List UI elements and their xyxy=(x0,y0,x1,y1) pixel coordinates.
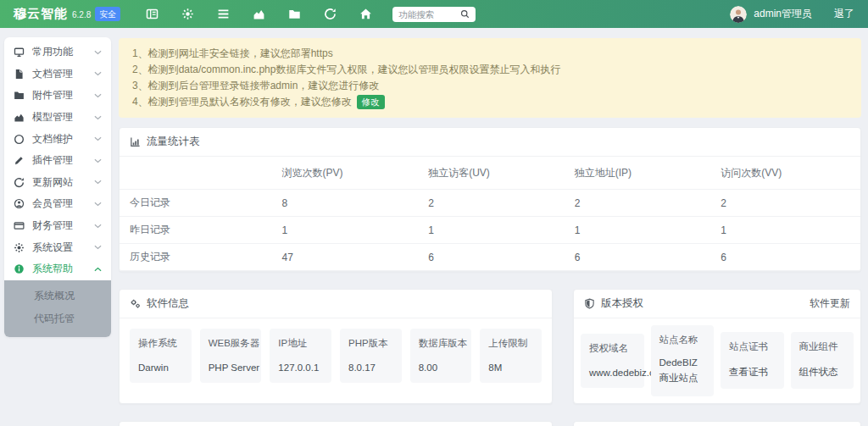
table-row: 昨日记录 1 1 1 1 xyxy=(120,217,860,244)
latest-docs-panel: 最新文档 这是一篇测试文章600002023-05-15 这是一篇测试文章599… xyxy=(573,421,861,426)
search-icon[interactable] xyxy=(460,9,470,19)
sidebar-item-members[interactable]: 会员管理 xyxy=(4,193,111,215)
sidebar-item-documents[interactable]: 文档管理 xyxy=(4,64,111,86)
gears-icon xyxy=(130,298,141,309)
info-card: WEB服务器PHP Server xyxy=(200,329,262,383)
sidebar-item-settings[interactable]: 系统设置 xyxy=(4,236,111,258)
cell: 1 xyxy=(568,217,715,244)
software-info-cards: 操作系统Darwin WEB服务器PHP Server IP地址127.0.0.… xyxy=(120,318,552,393)
user-name[interactable]: admin管理员 xyxy=(754,7,812,21)
sidebar-item-help[interactable]: 系统帮助 xyxy=(4,258,111,280)
info-value: 8.0.17 xyxy=(348,362,393,373)
circle-icon xyxy=(14,134,25,145)
refresh-icon xyxy=(14,177,25,188)
info-value: Darwin xyxy=(138,362,183,373)
chevron-down-icon xyxy=(94,180,102,185)
cell: 1 xyxy=(421,217,568,244)
info-card: 上传限制8M xyxy=(480,329,542,383)
gear-icon xyxy=(14,242,25,253)
search-input[interactable] xyxy=(398,9,458,19)
sidebar-item-attachments[interactable]: 附件管理 xyxy=(4,85,111,107)
panel-header: 软件信息 xyxy=(120,290,552,318)
info-label: IP地址 xyxy=(278,337,323,350)
sidebar-item-maintenance[interactable]: 文档维护 xyxy=(4,128,111,150)
cell: 1 xyxy=(275,217,422,244)
monitor-icon xyxy=(14,47,25,58)
license-card: 站点证书查看证书 xyxy=(721,332,784,389)
info-label: 站点名称 xyxy=(659,334,706,346)
plugin-icon xyxy=(14,155,25,166)
info-value: 8.00 xyxy=(419,362,464,373)
info-label: 上传限制 xyxy=(488,337,533,350)
info-card: 操作系统Darwin xyxy=(130,329,192,383)
top-header: 穆云智能 6.2.8 安全 admin管理员 退了 xyxy=(0,0,868,28)
file-icon xyxy=(14,69,25,80)
sidebar-item-label: 会员管理 xyxy=(32,196,94,211)
area-chart-icon[interactable] xyxy=(253,8,265,20)
brand: 穆云智能 6.2.8 安全 xyxy=(14,6,120,22)
chevron-down-icon xyxy=(94,136,102,141)
sidebar-item-label: 常用功能 xyxy=(32,45,94,59)
info-card: PHP版本8.0.17 xyxy=(340,329,402,383)
panel-title: 软件信息 xyxy=(147,296,189,311)
row-label: 昨日记录 xyxy=(120,217,275,244)
info-label: WEB服务器 xyxy=(209,337,253,350)
sidebar-submenu: 系统概况 代码托管 xyxy=(4,280,111,337)
cell: 6 xyxy=(421,244,568,271)
table-row: 历史记录 47 6 6 6 xyxy=(120,244,860,271)
logout-link[interactable]: 退了 xyxy=(834,7,854,21)
cell: 2 xyxy=(714,190,860,217)
traffic-chart-panel: 流量统计图 2520 xyxy=(119,421,553,426)
bar-chart-icon xyxy=(130,136,141,147)
info-label: 授权域名 xyxy=(589,342,636,355)
sidebar-item-models[interactable]: 模型管理 xyxy=(4,107,111,129)
dashboard-icon[interactable] xyxy=(146,8,159,20)
cell: 6 xyxy=(714,244,860,271)
cell: 6 xyxy=(568,244,715,271)
column-header: 独立访客(UV) xyxy=(421,157,568,190)
alert-line: 3、检测到后台管理登录链接带admin，建议您进行修改 xyxy=(132,78,848,94)
main-content: 1、检测到网址非安全链接，建议您部署https 2、检测到data/common… xyxy=(115,28,868,426)
sidebar: 常用功能 文档管理 附件管理 模型管理 文档维护 xyxy=(0,28,115,337)
info-label: 站点证书 xyxy=(729,340,776,353)
fix-button[interactable]: 修改 xyxy=(357,95,385,109)
brand-version: 6.2.8 xyxy=(72,10,91,19)
menu-icon[interactable] xyxy=(217,8,230,20)
home-icon[interactable] xyxy=(359,8,372,20)
software-update-link[interactable]: 软件更新 xyxy=(810,296,850,311)
column-header: 独立地址(IP) xyxy=(568,157,715,190)
info-card: 数据库版本8.00 xyxy=(410,329,472,383)
sidebar-item-common[interactable]: 常用功能 xyxy=(4,41,111,64)
info-label: 操作系统 xyxy=(138,337,183,350)
row-label: 历史记录 xyxy=(120,244,275,271)
info-value: DedeBIZ商业站点 xyxy=(659,356,706,386)
alert-line: 4、检测到管理员默认名称没有修改，建议您修改修改 xyxy=(132,94,848,110)
sidebar-item-plugins[interactable]: 插件管理 xyxy=(4,150,111,172)
cell: 2 xyxy=(568,190,715,217)
chevron-down-icon xyxy=(94,71,102,76)
license-panel: 版本授权 软件更新 授权域名www.dedebiz.com 站点名称DedeBI… xyxy=(573,289,861,404)
column-header xyxy=(120,157,275,190)
column-header: 访问次数(VV) xyxy=(714,157,860,190)
info-label: 商业组件 xyxy=(799,340,846,353)
chevron-down-icon xyxy=(94,93,102,98)
chevron-down-icon xyxy=(94,202,102,207)
folder-icon[interactable] xyxy=(288,8,301,20)
view-certificate-link[interactable]: 查看证书 xyxy=(729,366,776,379)
traffic-table-panel: 流量统计表 浏览次数(PV) 独立访客(UV) 独立地址(IP) 访问次数(VV… xyxy=(119,127,861,272)
license-card: 授权域名www.dedebiz.com xyxy=(581,334,644,388)
sidebar-subitem-code-hosting[interactable]: 代码托管 xyxy=(4,307,111,330)
refresh-icon[interactable] xyxy=(324,8,337,20)
cell: 8 xyxy=(275,190,422,217)
avatar[interactable] xyxy=(730,6,747,23)
license-card: 站点名称DedeBIZ商业站点 xyxy=(651,325,715,396)
sidebar-item-update-site[interactable]: 更新网站 xyxy=(4,172,111,194)
table-header-row: 浏览次数(PV) 独立访客(UV) 独立地址(IP) 访问次数(VV) xyxy=(120,157,860,190)
chevron-up-icon xyxy=(94,267,102,272)
sidebar-item-label: 更新网站 xyxy=(32,175,94,190)
gear-icon[interactable] xyxy=(181,8,194,20)
sidebar-item-label: 财务管理 xyxy=(32,219,94,233)
sidebar-subitem-overview[interactable]: 系统概况 xyxy=(4,285,111,307)
component-status-link[interactable]: 组件状态 xyxy=(799,366,846,379)
sidebar-item-finance[interactable]: 财务管理 xyxy=(4,215,111,237)
